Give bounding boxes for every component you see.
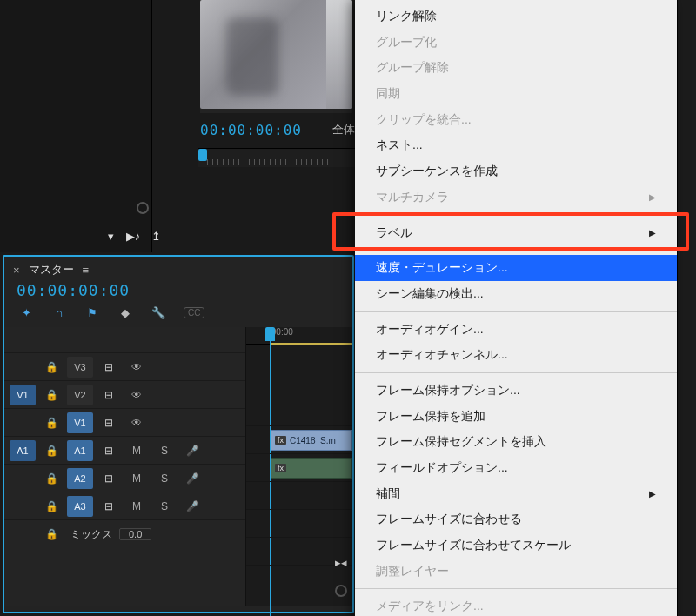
solo-button[interactable]: S — [152, 468, 177, 489]
track-output-icon[interactable]: ⊟ — [97, 440, 121, 461]
source-ruler[interactable] — [198, 148, 355, 167]
menu-item-label: グループ解除 — [376, 58, 449, 77]
video-clip[interactable]: fx C1418_S.m — [271, 430, 352, 451]
panel-resize-handle[interactable] — [137, 202, 149, 214]
track-label[interactable]: A2 — [67, 468, 93, 489]
menu-item-label: シーン編集の検出... — [376, 285, 484, 304]
menu-item-label: グループ化 — [376, 33, 437, 52]
wrench-icon[interactable]: 🔧 — [151, 305, 166, 320]
track-label[interactable]: A3 — [67, 496, 93, 517]
track-label[interactable]: V1 — [67, 412, 93, 433]
video-lane-v1[interactable]: fx C1418_S.m — [246, 426, 352, 454]
track-output-icon[interactable]: ⊟ — [97, 357, 121, 378]
menu-separator — [355, 250, 677, 251]
insert-overwrite-icon[interactable]: ✦ — [18, 305, 34, 320]
zoom-fit-label[interactable]: 全体 — [332, 122, 355, 137]
audio-lane-a2[interactable] — [246, 482, 352, 510]
menu-item[interactable]: ネスト... — [355, 132, 677, 158]
track-output-icon[interactable]: ⊟ — [97, 468, 121, 489]
mute-button[interactable]: M — [124, 496, 149, 517]
menu-item[interactable]: オーディオチャンネル... — [355, 342, 677, 368]
solo-button[interactable]: S — [152, 496, 177, 517]
project-panel — [0, 0, 152, 252]
menu-item[interactable]: フレーム保持オプション... — [355, 378, 677, 404]
sequence-tab[interactable]: マスター — [29, 262, 74, 278]
menu-item-label: メディアをリンク... — [376, 597, 484, 616]
snap-icon[interactable]: ∩ — [51, 305, 67, 320]
mute-button[interactable]: M — [124, 440, 149, 461]
video-track-header-v2[interactable]: V1 🔒 V2 ⊟ 👁 — [4, 381, 245, 409]
track-headers: 🔒 V3 ⊟ 👁 V1 🔒 V2 ⊟ 👁 🔒 V1 ⊟ 👁 — [4, 327, 246, 606]
marker-icon[interactable]: ◆ — [117, 305, 133, 320]
close-tab-icon[interactable]: × — [13, 264, 20, 277]
menu-item[interactable]: フレーム保持を追加 — [355, 404, 677, 430]
voiceover-icon[interactable]: 🎤 — [180, 496, 204, 517]
audio-lane-a3[interactable] — [246, 510, 352, 538]
play-music-icon[interactable]: ▶♪ — [126, 229, 140, 243]
solo-button[interactable]: S — [152, 440, 177, 461]
menu-item[interactable]: 速度・デュレーション... — [355, 255, 677, 281]
track-output-icon[interactable]: ⊟ — [97, 385, 121, 405]
menu-item[interactable]: フレームサイズに合わせる — [355, 506, 677, 532]
filter-icon[interactable]: ▾ — [104, 229, 117, 243]
lock-icon[interactable]: 🔒 — [39, 385, 64, 405]
lock-icon[interactable]: 🔒 — [39, 440, 64, 461]
track-label[interactable]: A1 — [67, 440, 93, 461]
menu-item[interactable]: サブシーケンスを作成 — [355, 158, 677, 184]
lock-icon[interactable]: 🔒 — [39, 412, 64, 433]
time-ruler[interactable]: :00:00 — [246, 327, 352, 345]
menu-item[interactable]: オーディオゲイン... — [355, 317, 677, 343]
mix-track-header[interactable]: 🔒 ミックス 0.0 — [4, 520, 245, 548]
lock-icon[interactable]: 🔒 — [39, 468, 64, 489]
audio-track-header-a1[interactable]: A1 🔒 A1 ⊟ M S 🎤 — [4, 437, 245, 465]
voiceover-icon[interactable]: 🎤 — [180, 468, 204, 489]
zoom-handle[interactable] — [335, 585, 347, 597]
fx-badge[interactable]: fx — [275, 464, 286, 472]
lock-icon[interactable]: 🔒 — [39, 496, 64, 517]
export-icon[interactable]: ↥ — [149, 229, 163, 243]
track-output-icon[interactable]: ⊟ — [97, 412, 121, 433]
menu-item-label: ラベル — [376, 224, 412, 243]
video-lane-v3[interactable] — [246, 371, 352, 398]
audio-clip[interactable]: fx — [271, 458, 352, 479]
video-track-header-v3[interactable]: 🔒 V3 ⊟ 👁 — [4, 353, 245, 381]
menu-item[interactable]: シーン編集の検出... — [355, 281, 677, 307]
audio-track-header-a3[interactable]: 🔒 A3 ⊟ M S 🎤 — [4, 492, 245, 520]
captions-icon[interactable]: CC — [184, 307, 204, 318]
source-patch-a1[interactable]: A1 — [10, 440, 36, 461]
audio-track-header-a2[interactable]: 🔒 A2 ⊟ M S 🎤 — [4, 465, 245, 492]
track-label[interactable]: V2 — [67, 385, 93, 405]
eye-icon[interactable]: 👁 — [124, 357, 149, 378]
menu-item[interactable]: フレーム保持セグメントを挿入 — [355, 429, 677, 455]
source-patch-v1[interactable]: V1 — [10, 385, 36, 405]
video-lane-v2[interactable] — [246, 398, 352, 426]
timeline-tracks[interactable]: :00:00 fx C1418_S.m fx ▸◂ — [246, 327, 352, 606]
work-area-bar[interactable] — [271, 343, 352, 345]
eye-icon[interactable]: 👁 — [124, 412, 149, 433]
linked-selection-icon[interactable]: ⚑ — [84, 305, 100, 320]
menu-item[interactable]: フレームサイズに合わせてスケール — [355, 532, 677, 559]
menu-item[interactable]: ラベル — [355, 220, 677, 246]
lock-icon[interactable]: 🔒 — [39, 524, 64, 545]
audio-lane-a1[interactable]: fx — [246, 454, 352, 482]
track-label[interactable]: V3 — [67, 357, 93, 378]
tool-button[interactable] — [678, 174, 696, 197]
clip-context-menu[interactable]: リンク解除グループ化グループ解除同期クリップを統合...ネスト...サブシーケン… — [355, 0, 677, 616]
video-track-header-v1[interactable]: 🔒 V1 ⊟ 👁 — [4, 409, 245, 437]
eye-icon[interactable]: 👁 — [124, 385, 149, 405]
fx-badge[interactable]: fx — [275, 436, 286, 445]
menu-item[interactable]: 補間 — [355, 481, 677, 507]
sequence-timecode[interactable]: 00:00:00:00 — [4, 281, 352, 299]
track-output-icon[interactable]: ⊟ — [97, 496, 121, 517]
source-timecode[interactable]: 00:00:00:00 — [200, 122, 302, 138]
lock-icon[interactable]: 🔒 — [39, 357, 64, 378]
mix-value[interactable]: 0.0 — [119, 528, 151, 540]
monitor-preview-edge — [326, 0, 352, 109]
menu-item[interactable]: リンク解除 — [355, 3, 677, 30]
menu-item[interactable]: フィールドオプション... — [355, 455, 677, 481]
voiceover-icon[interactable]: 🎤 — [180, 440, 204, 461]
panel-menu-icon[interactable]: ≡ — [83, 264, 90, 277]
source-playhead[interactable] — [198, 149, 207, 161]
go-to-next-icon[interactable]: ▸◂ — [335, 556, 347, 569]
mute-button[interactable]: M — [124, 468, 149, 489]
